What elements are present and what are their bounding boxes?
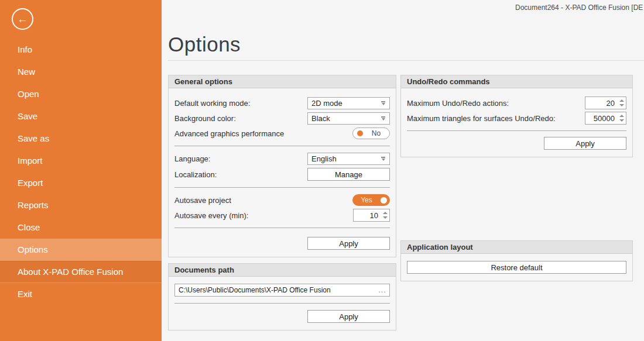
language-row: Language: English <box>174 151 390 166</box>
options-page: Document264 - X-PAD Office Fusion [DE Op… <box>162 0 644 341</box>
sidebar-item-import[interactable]: Import <box>0 150 162 172</box>
restore-default-button[interactable]: Restore default <box>407 261 626 274</box>
spinner-arrows[interactable] <box>381 209 389 221</box>
section-divider <box>407 130 626 131</box>
general-apply-row: Apply <box>174 237 390 250</box>
working-mode-label: Default working mode: <box>174 99 250 108</box>
back-button[interactable]: ← <box>12 8 33 30</box>
documents-path-apply-row: Apply <box>174 310 390 323</box>
sidebar-item-new[interactable]: New <box>0 61 162 83</box>
localization-row: Localization: Manage <box>174 166 390 182</box>
browse-ellipsis-button[interactable]: ... <box>375 286 389 294</box>
advanced-graphics-row: Advanced graphics performance No <box>174 126 390 141</box>
application-layout-panel: Application layout Restore default <box>400 240 633 281</box>
autosave-row: Autosave project Yes <box>174 192 390 208</box>
general-options-panel: General options Default working mode: 2D… <box>168 75 396 257</box>
language-label: Language: <box>174 154 210 163</box>
advanced-graphics-toggle[interactable]: No <box>352 128 390 139</box>
language-value: English <box>311 154 381 163</box>
sidebar-item-save[interactable]: Save <box>0 105 162 128</box>
section-divider <box>174 228 390 228</box>
app-window: ← Info New Open Save Save as Import Expo… <box>0 0 644 341</box>
chevron-down-icon <box>381 101 386 105</box>
language-select[interactable]: English <box>307 153 390 165</box>
chevron-down-icon <box>381 157 386 161</box>
max-undo-actions-input[interactable]: 20 <box>585 97 626 109</box>
max-undo-actions-label: Maximum Undo/Redo actions: <box>407 99 509 108</box>
sidebar-item-open[interactable]: Open <box>0 83 162 105</box>
documents-path-body: C:\Users\Public\Documents\X-PAD Office F… <box>169 277 396 330</box>
undo-redo-body: Maximum Undo/Redo actions: 20 Maximum tr… <box>401 88 632 157</box>
spinner-down-icon[interactable] <box>619 119 624 122</box>
localization-label: Localization: <box>174 170 217 179</box>
sidebar-item-about[interactable]: About X-PAD Office Fusion <box>0 261 162 283</box>
sidebar-item-info[interactable]: Info <box>0 39 162 61</box>
spinner-up-icon[interactable] <box>619 99 624 102</box>
spinner-down-icon[interactable] <box>619 104 624 106</box>
max-undo-actions-row: Maximum Undo/Redo actions: 20 <box>407 95 626 111</box>
autosave-interval-value: 10 <box>354 211 381 220</box>
autosave-interval-label: Autosave every (min): <box>174 211 248 220</box>
documents-path-header: Documents path <box>169 264 396 277</box>
right-column: Undo/Redo commands Maximum Undo/Redo act… <box>400 75 633 157</box>
documents-path-input[interactable]: C:\Users\Public\Documents\X-PAD Office F… <box>174 284 390 297</box>
background-color-row: Background color: Black <box>174 111 390 126</box>
documents-path-apply-button[interactable]: Apply <box>307 310 390 323</box>
max-triangles-label: Maximum triangles for surfaces Undo/Redo… <box>407 114 556 123</box>
sidebar-item-options[interactable]: Options <box>0 239 162 261</box>
autosave-toggle[interactable]: Yes <box>352 194 390 206</box>
window-title: Document264 - X-PAD Office Fusion [DE <box>515 4 643 12</box>
autosave-interval-row: Autosave every (min): 10 <box>174 208 390 223</box>
documents-path-panel: Documents path C:\Users\Public\Documents… <box>168 263 396 330</box>
max-triangles-value: 50000 <box>585 114 617 123</box>
documents-path-value: C:\Users\Public\Documents\X-PAD Office F… <box>175 286 375 294</box>
general-options-body: Default working mode: 2D mode Background… <box>169 88 396 257</box>
undo-redo-header: Undo/Redo commands <box>401 75 632 88</box>
undo-redo-apply-row: Apply <box>407 137 626 150</box>
spinner-arrows[interactable] <box>617 97 626 109</box>
background-color-value: Black <box>311 114 381 123</box>
max-triangles-input[interactable]: 50000 <box>585 112 626 125</box>
sidebar-item-export[interactable]: Export <box>0 172 162 194</box>
undo-redo-apply-button[interactable]: Apply <box>544 137 626 150</box>
sidebar-item-reports[interactable]: Reports <box>0 194 162 216</box>
toggle-knob-icon <box>357 130 363 136</box>
general-options-header: General options <box>169 75 396 88</box>
section-divider <box>174 187 390 188</box>
autosave-interval-input[interactable]: 10 <box>353 209 390 222</box>
spinner-up-icon[interactable] <box>383 212 388 214</box>
manage-localization-button[interactable]: Manage <box>307 168 390 181</box>
application-layout-header: Application layout <box>401 241 632 254</box>
working-mode-value: 2D mode <box>311 99 381 108</box>
advanced-graphics-label: Advanced graphics performance <box>174 129 284 138</box>
working-mode-row: Default working mode: 2D mode <box>174 95 390 111</box>
sidebar-item-exit[interactable]: Exit <box>0 283 162 305</box>
toggle-state-label: No <box>363 129 389 137</box>
application-layout-body: Restore default <box>401 254 632 281</box>
general-apply-button[interactable]: Apply <box>307 237 390 250</box>
spinner-arrows[interactable] <box>617 112 626 124</box>
background-color-select[interactable]: Black <box>307 112 390 125</box>
max-undo-actions-value: 20 <box>585 99 617 108</box>
background-color-label: Background color: <box>174 114 236 123</box>
backstage-sidebar: ← Info New Open Save Save as Import Expo… <box>0 0 162 341</box>
undo-redo-panel: Undo/Redo commands Maximum Undo/Redo act… <box>400 75 633 157</box>
working-mode-select[interactable]: 2D mode <box>307 97 390 109</box>
autosave-label: Autosave project <box>174 196 231 205</box>
chevron-down-icon <box>381 116 386 120</box>
title-divider <box>168 60 644 61</box>
page-title: Options <box>168 33 241 56</box>
back-arrow-icon: ← <box>17 13 28 25</box>
sidebar-item-save-as[interactable]: Save as <box>0 128 162 150</box>
toggle-knob-icon <box>381 197 387 204</box>
backstage-nav: Info New Open Save Save as Import Export… <box>0 39 162 305</box>
spinner-down-icon[interactable] <box>383 216 388 219</box>
toggle-state-label: Yes <box>352 196 381 204</box>
section-divider <box>174 146 390 146</box>
section-divider <box>174 303 390 304</box>
left-column: General options Default working mode: 2D… <box>168 75 396 330</box>
max-triangles-row: Maximum triangles for surfaces Undo/Redo… <box>407 111 626 126</box>
sidebar-item-close[interactable]: Close <box>0 216 162 239</box>
spinner-up-icon[interactable] <box>619 115 624 117</box>
